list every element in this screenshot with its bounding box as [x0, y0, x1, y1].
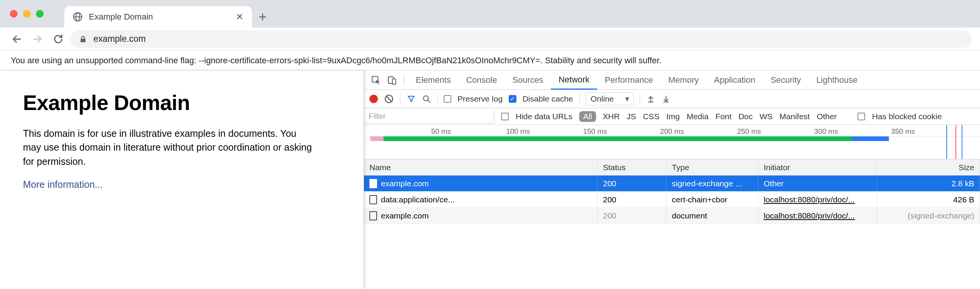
disable-cache-checkbox[interactable] [509, 95, 516, 103]
request-initiator[interactable]: localhost:8080/priv/doc/... [764, 211, 855, 220]
inspect-icon [371, 75, 381, 85]
network-filter-bar: Filter Hide data URLs All XHR JS CSS Img… [364, 108, 980, 125]
device-icon [387, 75, 397, 85]
filter-js[interactable]: JS [627, 112, 636, 121]
browser-tab-strip: Example Domain ✕ [0, 0, 980, 28]
table-row[interactable]: example.com 200 signed-exchange ... Othe… [364, 176, 980, 192]
col-status[interactable]: Status [598, 159, 666, 175]
document-icon [369, 211, 377, 220]
devtools-panel: Elements Console Sources Network Perform… [364, 71, 980, 289]
filter-xhr[interactable]: XHR [603, 112, 620, 121]
svg-rect-3 [81, 39, 86, 42]
reload-button[interactable] [50, 31, 67, 48]
timeline-ruler: 50 ms 100 ms 150 ms 200 ms 250 ms 300 ms… [364, 125, 980, 136]
tick-label: 200 ms [660, 127, 684, 136]
svg-line-10 [428, 100, 430, 102]
throttling-select[interactable]: Online [586, 92, 634, 105]
globe-icon [73, 12, 83, 22]
plus-icon [258, 12, 268, 22]
timeline-bar [384, 136, 852, 141]
request-status: 200 [603, 179, 616, 188]
clear-button[interactable] [384, 94, 394, 104]
table-row[interactable]: data:application/ce... 200 cert-chain+cb… [364, 192, 980, 208]
inspect-element-button[interactable] [368, 72, 384, 88]
filter-doc[interactable]: Doc [738, 112, 753, 121]
arrow-left-icon [11, 34, 22, 44]
request-initiator[interactable]: localhost:8080/priv/doc/... [764, 195, 855, 204]
close-tab-icon[interactable]: ✕ [236, 11, 243, 22]
filter-manifest[interactable]: Manifest [779, 112, 810, 121]
page-paragraph: This domain is for use in illustrative e… [23, 126, 314, 168]
filter-toggle-button[interactable] [407, 94, 416, 103]
tab-network[interactable]: Network [551, 71, 597, 90]
hide-data-urls-checkbox[interactable] [501, 113, 509, 120]
new-tab-button[interactable] [252, 6, 273, 28]
more-info-link[interactable]: More information... [23, 179, 103, 190]
network-timeline[interactable]: 50 ms 100 ms 150 ms 200 ms 250 ms 300 ms… [364, 125, 980, 159]
document-icon [369, 179, 377, 188]
network-toolbar: Preserve log Disable cache Online [364, 90, 980, 108]
tab-performance[interactable]: Performance [597, 71, 661, 90]
infobar-warning: You are using an unsupported command-lin… [0, 51, 980, 71]
col-type[interactable]: Type [666, 159, 758, 175]
request-type: document [672, 211, 707, 220]
tab-application[interactable]: Application [706, 71, 763, 90]
tab-sources[interactable]: Sources [505, 71, 551, 90]
tick-label: 50 ms [431, 127, 451, 136]
request-size: 426 B [953, 195, 974, 204]
tick-label: 300 ms [814, 127, 838, 136]
tick-label: 350 ms [891, 127, 915, 136]
tab-console[interactable]: Console [459, 71, 505, 90]
record-button[interactable] [369, 95, 378, 103]
col-name[interactable]: Name [364, 159, 598, 175]
tab-elements[interactable]: Elements [408, 71, 459, 90]
address-bar[interactable]: example.com [70, 30, 972, 48]
svg-rect-6 [392, 79, 396, 84]
filter-css[interactable]: CSS [643, 112, 659, 121]
minimize-window-button[interactable] [23, 10, 31, 18]
lock-icon [79, 35, 87, 43]
tab-security[interactable]: Security [763, 71, 808, 90]
content-split: Example Domain This domain is for use in… [0, 71, 980, 289]
url-text: example.com [93, 34, 146, 44]
tab-lighthouse[interactable]: Lighthouse [808, 71, 865, 90]
preserve-log-checkbox[interactable] [444, 95, 451, 103]
document-icon [369, 195, 377, 204]
filter-img[interactable]: Img [666, 112, 680, 121]
timeline-bar [370, 136, 384, 141]
fullscreen-window-button[interactable] [36, 10, 44, 18]
svg-line-8 [387, 96, 392, 101]
close-window-button[interactable] [10, 10, 18, 18]
filter-media[interactable]: Media [687, 112, 709, 121]
request-status: 200 [603, 195, 616, 204]
timeline-bars [364, 136, 980, 143]
browser-tab[interactable]: Example Domain ✕ [64, 6, 252, 28]
network-request-table: Name Status Type Initiator Size example.… [364, 159, 980, 289]
warning-text: You are using an unsupported command-lin… [11, 56, 662, 66]
request-type: cert-chain+cbor [672, 195, 727, 204]
filter-ws[interactable]: WS [760, 112, 773, 121]
col-initiator[interactable]: Initiator [758, 159, 877, 175]
blocked-cookies-checkbox[interactable] [858, 113, 865, 120]
filter-other[interactable]: Other [817, 112, 837, 121]
request-size: (signed-exchange) [908, 211, 974, 220]
filter-all[interactable]: All [579, 111, 596, 122]
filter-font[interactable]: Font [715, 112, 732, 121]
col-size[interactable]: Size [877, 159, 980, 175]
request-name: example.com [381, 211, 429, 220]
export-har-button[interactable] [662, 94, 671, 103]
domcontentloaded-marker [946, 125, 947, 159]
forward-button[interactable] [29, 31, 46, 48]
separator [400, 94, 400, 104]
search-button[interactable] [422, 94, 431, 103]
tab-memory[interactable]: Memory [661, 71, 706, 90]
disable-cache-label: Disable cache [523, 94, 573, 103]
load-marker [956, 125, 956, 159]
table-row[interactable]: example.com 200 document localhost:8080/… [364, 208, 980, 224]
request-initiator: Other [764, 179, 784, 188]
import-har-button[interactable] [646, 94, 655, 103]
back-button[interactable] [8, 31, 25, 48]
device-toolbar-button[interactable] [384, 72, 400, 88]
filter-input[interactable]: Filter [364, 110, 494, 123]
page-heading: Example Domain [23, 90, 341, 115]
